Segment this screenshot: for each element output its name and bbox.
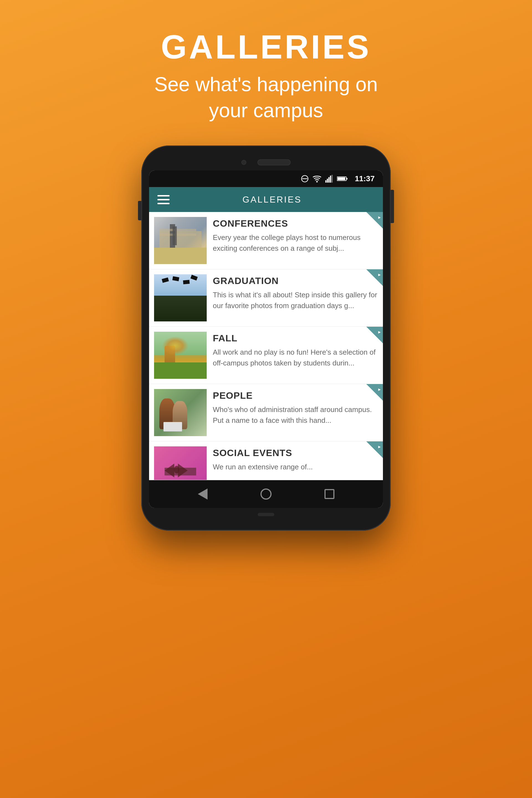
signal-icon [325, 175, 333, 183]
app-bar: GALLERIES [149, 187, 383, 212]
recents-square-icon [324, 489, 335, 499]
volume-button [138, 201, 141, 220]
no-disturb-icon [301, 175, 309, 183]
status-bar: 11:37 [149, 170, 383, 187]
home-button[interactable] [261, 489, 271, 499]
conferences-corner-arrow: ▸ [366, 212, 383, 229]
social-events-content: SOCIAL EVENTS We run an extensive range … [207, 441, 383, 480]
page-header: GALLERIES See what's happening onyour ca… [154, 28, 378, 123]
fall-corner-arrow: ▸ [366, 327, 383, 343]
hamburger-line-1 [157, 195, 170, 196]
hamburger-line-2 [157, 199, 170, 200]
phone-device: 11:37 GALLERIES [141, 146, 391, 531]
svg-rect-6 [330, 176, 331, 183]
chevron-icon: ▸ [378, 386, 381, 392]
people-content: PEOPLE Who's who of administration staff… [207, 384, 383, 441]
gallery-item-social-events[interactable]: SOCIAL EVENTS We run an extensive range … [149, 441, 383, 480]
chevron-icon: ▸ [378, 214, 381, 220]
graduation-corner-arrow: ▸ [366, 269, 383, 286]
people-desc: Who's who of administration staff around… [213, 404, 377, 426]
graduation-content: GRADUATION This is what it's all about! … [207, 269, 383, 326]
power-button [391, 190, 394, 223]
svg-rect-9 [338, 177, 345, 180]
gallery-item-conferences[interactable]: CONFERENCES Every year the college plays… [149, 212, 383, 269]
chevron-icon: ▸ [378, 443, 381, 450]
phone-bottom-bar [149, 508, 383, 522]
fall-desc: All work and no play is no fun! Here's a… [213, 347, 377, 368]
svg-rect-10 [346, 178, 347, 179]
wifi-icon [312, 175, 321, 183]
phone-screen: 11:37 GALLERIES [149, 170, 383, 508]
svg-rect-5 [329, 177, 330, 183]
camera-dot [241, 160, 246, 165]
graduation-thumbnail [154, 274, 207, 321]
social-events-desc: We run an extensive range of... [213, 462, 377, 472]
chevron-icon: ▸ [378, 271, 381, 278]
gallery-item-fall[interactable]: FALL All work and no play is no fun! Her… [149, 327, 383, 384]
chevron-icon: ▸ [378, 329, 381, 335]
battery-icon [337, 175, 348, 183]
app-bar-title: GALLERIES [170, 194, 375, 205]
gallery-item-graduation[interactable]: GRADUATION This is what it's all about! … [149, 269, 383, 327]
people-thumbnail [154, 389, 207, 436]
conferences-content: CONFERENCES Every year the college plays… [207, 212, 383, 269]
fall-content: FALL All work and no play is no fun! Her… [207, 327, 383, 384]
page-title: GALLERIES [154, 28, 378, 66]
back-button[interactable] [198, 489, 208, 499]
gallery-list: CONFERENCES Every year the college plays… [149, 212, 383, 480]
svg-rect-3 [325, 180, 326, 183]
back-arrow-icon [198, 489, 208, 499]
conferences-title: CONFERENCES [213, 218, 377, 229]
home-circle-icon [261, 489, 271, 499]
graduation-title: GRADUATION [213, 276, 377, 286]
speaker-grill [258, 159, 291, 166]
gallery-item-people[interactable]: PEOPLE Who's who of administration staff… [149, 384, 383, 441]
status-icons: 11:37 [301, 174, 375, 183]
fall-title: FALL [213, 333, 377, 344]
status-time: 11:37 [355, 174, 375, 183]
social-events-title: SOCIAL EVENTS [213, 448, 377, 458]
phone-nav-bar [149, 480, 383, 508]
social-events-corner-arrow: ▸ [366, 441, 383, 458]
recents-button[interactable] [324, 489, 335, 499]
hamburger-line-3 [157, 203, 170, 204]
people-title: PEOPLE [213, 390, 377, 401]
graduation-desc: This is what it's all about! Step inside… [213, 289, 377, 311]
charging-port [258, 513, 274, 516]
hamburger-menu-button[interactable] [157, 195, 170, 204]
conferences-thumbnail [154, 217, 207, 264]
page-subtitle: See what's happening onyour campus [154, 72, 378, 123]
phone-top-bar [149, 154, 383, 170]
fall-thumbnail [154, 332, 207, 379]
conferences-desc: Every year the college plays host to num… [213, 232, 377, 254]
svg-rect-7 [332, 175, 333, 183]
social-events-thumbnail [154, 446, 207, 480]
people-corner-arrow: ▸ [366, 384, 383, 401]
svg-point-2 [317, 181, 318, 182]
svg-rect-4 [327, 179, 328, 183]
